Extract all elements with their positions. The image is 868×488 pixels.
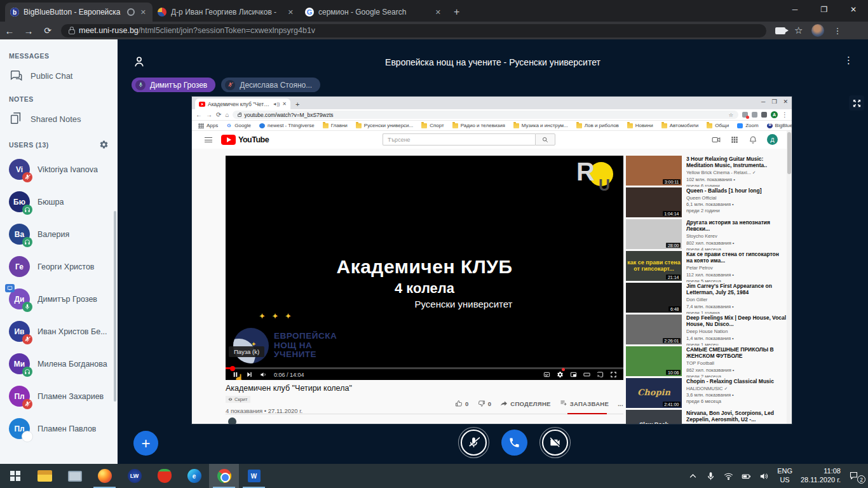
bookmark-item: newest - Thingiverse [259,123,315,128]
suggestion-channel: Queen Official✓ [686,195,787,201]
taskbar-app[interactable]: e [179,464,209,488]
suggestion-age: преди 1 месец [686,342,787,346]
suggested-video[interactable]: 2:26:01 Deep Feelings Mix | Deep House, … [626,315,787,346]
user-list-item[interactable]: Vi Viktoriya Ivanova [0,153,118,186]
suggested-video[interactable]: 10:06 САМЫЕ СМЕШНЫЕ ПРИКОЛЫ В ЖЕНСКОМ ФУ… [626,346,787,377]
save-button[interactable]: ЗАПАЗВАНЕ [560,400,609,407]
browser-tab[interactable]: Д-р Иван Георгиев Лисичков - ✕ [153,3,300,22]
suggested-video[interactable]: Slow Rock Nirvana, Bon Jovi, Scorpions, … [626,410,787,424]
more-actions[interactable]: ... [618,400,623,407]
tab-camera-icon[interactable] [775,27,785,34]
taskbar-app[interactable] [149,464,179,488]
presentation-screenshare[interactable]: Академичен клуб "Четири... ◄)) ✕ + ─❒✕ ←… [192,97,792,424]
browser-menu-icon[interactable]: ⋮ [833,26,841,36]
suggested-video[interactable]: Chopin 2:41:00 Chopin - Relaxing Classic… [626,378,787,409]
ruse-university-logo: R U [576,162,613,193]
battery-icon[interactable] [742,471,751,481]
shared-notes-item[interactable]: Shared Notes [9,112,118,126]
menu-icon [205,137,212,142]
volume-icon[interactable] [260,371,267,378]
profile-avatar[interactable] [811,24,824,37]
tab-close-icon[interactable]: ✕ [287,8,295,17]
app-icon [37,470,52,482]
miniplayer-icon[interactable] [570,371,577,378]
user-list-item[interactable]: Пл Пламен Павлов [0,412,118,445]
user-list-item[interactable]: Ге Георги Христов [0,250,118,283]
volume-icon[interactable] [759,471,769,481]
browser-tab[interactable]: BigBlueButton - Европейска ✕ [5,3,153,22]
close-button[interactable]: ✕ [839,0,868,19]
cast-icon[interactable] [597,371,604,378]
taskbar-app[interactable]: W [239,464,269,488]
settings-icon[interactable] [557,371,564,378]
suggested-video[interactable]: как се прави стена от гипсокарт... 21:14… [626,251,787,282]
wifi-icon[interactable] [724,471,733,481]
user-list-item[interactable]: Ва Валерия [0,218,118,250]
suggestion-views: 7,4 млн. показвания • [686,304,787,310]
user-list-item[interactable]: Ди Димитър Грозев [0,283,118,315]
share-camera-button[interactable] [542,430,568,456]
user-status-badge [22,302,32,312]
taskbar-app[interactable] [90,464,119,488]
forward-icon[interactable]: → [19,25,38,36]
tab-title: BigBlueButton - Европейска [24,8,123,17]
new-tab-button[interactable]: + [454,6,459,18]
tray-mic-icon[interactable] [706,471,715,481]
next-button-icon[interactable] [246,371,253,378]
channel-avatar [228,417,236,424]
share-button[interactable]: СПОДЕЛЯНЕ [500,400,550,407]
tab-close-icon[interactable]: ✕ [434,8,442,17]
address-bar[interactable]: meet.uni-ruse.bg/html5client/join?sessio… [61,24,766,37]
user-avatar: Vi [9,159,30,180]
talker-pill[interactable]: Десислава Стояно... [221,78,320,92]
duration-badge: 1:04:14 [663,211,681,216]
taskbar-app[interactable] [0,464,30,488]
app-icon [98,469,112,483]
avatar-initials: Ми [14,360,25,369]
theater-mode-icon[interactable] [583,371,590,378]
userlist-scrollbar[interactable] [114,211,116,402]
tab-close-icon[interactable]: ✕ [139,8,147,17]
gear-icon[interactable] [99,140,109,149]
leave-audio-button[interactable] [501,430,527,456]
reload-icon[interactable]: ⟳ [38,25,57,36]
actions-plus-button[interactable]: + [133,431,158,456]
user-list-item[interactable]: Пл Пламен Захариев [0,380,118,412]
taskbar-app[interactable] [30,464,60,488]
restore-button[interactable]: ❐ [810,0,839,19]
taskbar-app[interactable]: LW [119,464,149,488]
time-display: 0:06 / 14:04 [274,372,304,378]
like-button[interactable]: 0 [455,400,469,407]
suggested-video[interactable]: 3:00:11 3 Hour Relaxing Guitar Music: Me… [626,156,787,187]
user-list-item[interactable]: Бю Бюшра [0,186,118,218]
video-player[interactable]: Академичен КЛУБ 4 колела Русенски универ… [226,156,623,380]
options-menu-icon[interactable]: ⋮ [844,55,854,66]
bookmark-star-icon[interactable]: ☆ [794,25,803,36]
language-indicator[interactable]: ENG US [777,467,792,485]
suggested-video[interactable]: 6:48 Jim Carrey's First Appearance on Le… [626,283,787,314]
taskbar-app[interactable] [209,464,239,488]
user-list-item[interactable]: Ми Милена Богданова [0,348,118,380]
minimize-button[interactable]: ─ [780,0,810,19]
dislike-button[interactable]: 0 [478,400,492,407]
bookmark-icon [421,123,427,128]
taskbar-app[interactable] [60,464,90,488]
suggested-video[interactable]: 1:04:14 Queen - Ballads [1 hour long] Qu… [626,187,787,219]
bookmark-label: Новини [635,123,653,128]
user-list-item[interactable]: Ив Иван Христов Бе... [0,315,118,348]
notification-center[interactable]: 2 [849,471,862,481]
player-fullscreen-icon[interactable] [610,371,617,378]
tray-expand-icon[interactable] [688,471,698,481]
page-scrollbar[interactable] [787,131,792,424]
suggested-video[interactable]: 28:00 Другата история за непознатия Левс… [626,219,787,250]
back-icon[interactable]: ← [0,25,19,36]
user-avatar: Ди [9,288,30,309]
talker-pill[interactable]: Димитър Грозев [132,78,215,92]
clock[interactable]: 11:08 28.11.2020 г. [801,467,841,485]
fullscreen-button[interactable] [849,95,864,111]
mute-button[interactable] [461,430,487,456]
subtitles-icon[interactable] [543,371,550,378]
stars-decoration: ✦ ✦ ✦ [259,311,294,321]
browser-tab[interactable]: сермион - Google Search ✕ [300,3,447,22]
public-chat-item[interactable]: Public Chat [9,69,118,83]
